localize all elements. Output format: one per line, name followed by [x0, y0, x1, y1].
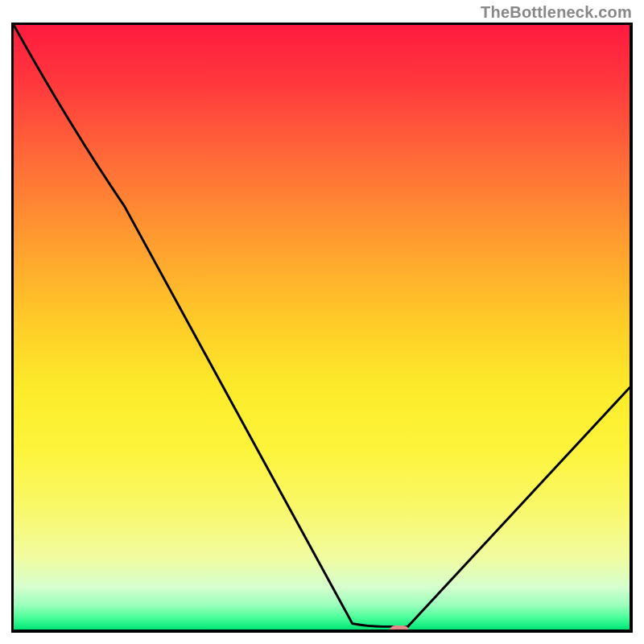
plot-area [11, 23, 633, 633]
watermark-text: TheBottleneck.com [481, 3, 632, 22]
bottleneck-curve [14, 25, 630, 630]
optimum-marker [390, 625, 409, 633]
